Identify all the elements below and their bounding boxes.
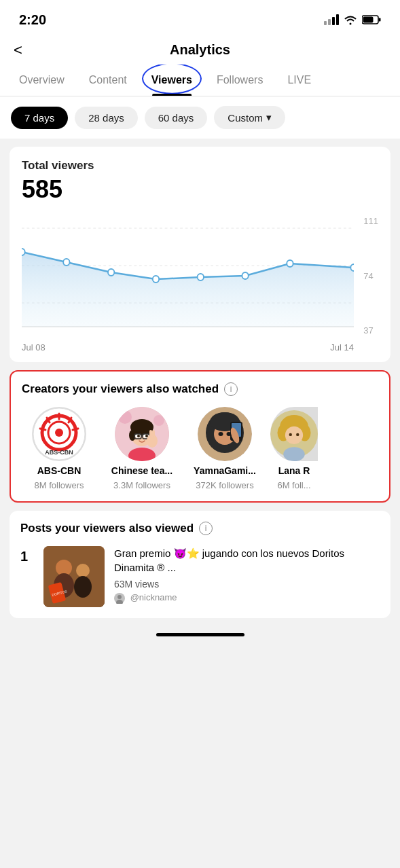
creator-followers-chinese: 3.3M followers [113,480,170,490]
creator-followers-yamna: 372K followers [196,480,253,490]
home-indicator [0,626,400,647]
x-label-end: Jul 14 [330,342,354,352]
viewers-chart: 111 74 37 [22,215,378,337]
tab-viewers[interactable]: Viewers [139,65,204,96]
creators-title: Creators your viewers also watched [22,382,219,396]
y-label-mid: 74 [363,271,378,281]
posts-card: Posts your viewers also viewed i 1 [10,511,390,618]
date-filters: 7 days 28 days 60 days Custom ▾ [0,96,400,139]
status-bar: 2:20 [0,0,400,35]
svg-point-14 [350,264,354,271]
tabs-bar: Overview Content Viewers Followers LIVE [0,65,400,96]
svg-point-10 [153,276,159,283]
svg-line-22 [40,429,46,430]
creators-info-icon[interactable]: i [224,382,238,396]
tab-followers[interactable]: Followers [204,65,275,96]
creators-card: Creators your viewers also watched i [10,370,390,503]
filter-custom[interactable]: Custom ▾ [214,106,285,129]
status-time: 2:20 [19,12,46,28]
svg-point-8 [63,259,69,266]
svg-point-47 [219,432,223,436]
signal-icon [324,14,339,25]
creators-row: ABS-CBN ABS-CBN 8M followers [22,407,378,490]
svg-point-63 [76,564,90,577]
svg-point-7 [22,249,25,255]
status-icons [324,14,381,25]
svg-point-64 [74,576,92,598]
creator-avatar-abscbn: ABS-CBN [32,407,86,461]
header: < Analytics [0,35,400,65]
post-title: Gran premio 😈⭐ jugando con los nuevos Do… [114,546,380,575]
creator-followers-lana: 6M foll... [277,480,310,490]
svg-point-18 [55,429,63,437]
chart-x-labels: Jul 08 Jul 14 [22,342,378,352]
post-views: 63M views [114,579,380,590]
post-author: @nickname [114,592,380,604]
creator-avatar-lana [270,407,318,461]
svg-point-9 [108,269,114,276]
total-viewers-label: Total viewers [22,159,378,173]
svg-point-27 [153,415,164,426]
creator-followers-abscbn: 8M followers [35,480,84,490]
posts-info-icon[interactable]: i [199,522,213,535]
creator-yamna[interactable]: YamnaGami... 372K followers [187,407,262,490]
chevron-down-icon: ▾ [266,111,272,124]
filter-60days[interactable]: 60 days [145,107,208,129]
author-avatar-small [114,593,125,604]
svg-text:ABS-CBN: ABS-CBN [45,449,73,456]
svg-point-58 [296,433,299,436]
viewers-chart-card: Total viewers 585 111 74 37 [10,147,390,362]
svg-point-56 [285,427,303,444]
y-label-top: 111 [363,216,378,226]
post-rank: 1 [20,549,34,564]
creator-name-chinese: Chinese tea... [111,465,172,476]
svg-rect-1 [379,18,381,22]
tab-content[interactable]: Content [77,65,139,96]
svg-rect-2 [363,17,374,23]
creator-name-abscbn: ABS-CBN [37,465,81,476]
filter-28days[interactable]: 28 days [75,107,138,129]
svg-point-26 [118,410,132,424]
svg-point-57 [289,433,292,436]
svg-point-59 [283,447,305,461]
creator-avatar-yamna [198,407,252,461]
svg-point-35 [137,435,140,437]
back-button[interactable]: < [14,41,22,59]
yamna-avatar-svg [198,407,252,461]
creator-avatar-chinese [115,407,169,461]
creators-section-header: Creators your viewers also watched i [22,382,378,396]
battery-icon [362,14,381,25]
main-content: Total viewers 585 111 74 37 [0,139,400,626]
thumbnail-svg: DORITOS [43,546,105,607]
chart-svg [22,215,354,337]
wifi-icon [344,14,357,25]
x-label-start: Jul 08 [22,342,46,352]
svg-line-23 [73,429,78,430]
post-item-1[interactable]: 1 DORITOS [20,546,380,607]
creator-chinese-tea[interactable]: Chinese tea... 3.3M followers [105,407,179,490]
post-thumbnail: DORITOS [43,546,105,607]
tab-overview[interactable]: Overview [7,65,77,96]
posts-title: Posts your viewers also viewed [20,522,194,535]
filter-7days[interactable]: 7 days [11,107,68,129]
creator-abscbn[interactable]: ABS-CBN ABS-CBN 8M followers [22,407,96,490]
post-info: Gran premio 😈⭐ jugando con los nuevos Do… [114,546,380,604]
posts-section-header: Posts your viewers also viewed i [20,522,380,535]
tab-live[interactable]: LIVE [275,65,323,96]
y-label-bottom: 37 [363,325,378,336]
svg-point-40 [147,434,158,448]
svg-point-12 [242,272,248,279]
creator-lana[interactable]: Lana R 6M foll... [270,407,318,490]
creator-name-lana: Lana R [278,465,310,476]
total-viewers-number: 585 [22,175,378,204]
page-title: Analytics [170,42,230,58]
home-bar [156,633,244,636]
svg-point-11 [198,274,204,281]
svg-point-68 [117,595,122,599]
lana-avatar-svg [270,407,318,461]
svg-point-13 [287,260,293,267]
chinese-avatar-svg [115,407,169,461]
avatar-placeholder-chinese [115,407,169,461]
abscbn-logo-icon: ABS-CBN [32,407,86,461]
creator-name-yamna: YamnaGami... [194,465,256,476]
